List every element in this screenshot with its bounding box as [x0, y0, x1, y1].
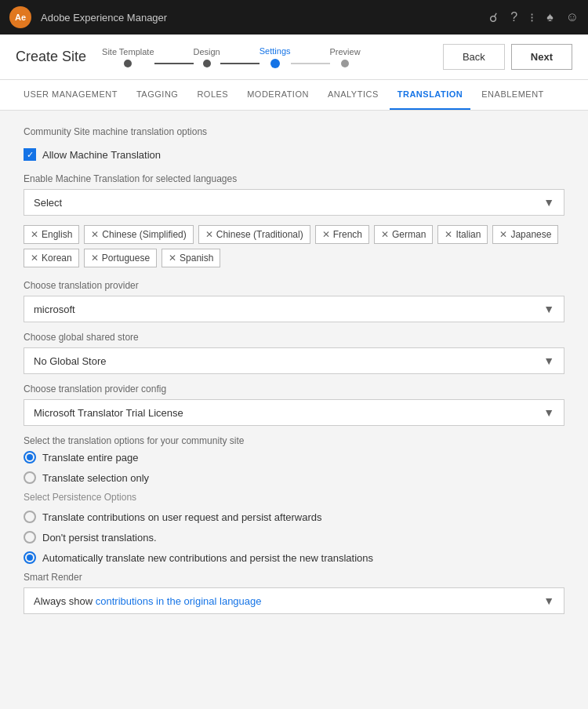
- global-store-select-value: No Global Store: [34, 355, 107, 367]
- radio-translate-entire: Translate entire page: [24, 451, 564, 464]
- help-icon[interactable]: ?: [510, 10, 517, 24]
- provider-select[interactable]: microsoft ▼: [24, 296, 564, 322]
- tag-chinese-traditional[interactable]: ✕ Chinese (Traditional): [198, 225, 310, 244]
- provider-config-label: Choose translation provider config: [24, 384, 564, 394]
- tag-x-italian: ✕: [445, 229, 452, 240]
- radio-auto-translate-dot: [27, 554, 33, 561]
- languages-dropdown-arrow: ▼: [543, 196, 554, 209]
- tag-portuguese[interactable]: ✕ Portuguese: [84, 249, 157, 267]
- translation-options-radio-group: Translate entire page Translate selectio…: [24, 451, 564, 484]
- tab-moderation[interactable]: MODERATION: [239, 80, 317, 110]
- radio-persist-on-request: Translate contributions on user request …: [24, 511, 564, 523]
- smart-render-select-value: Always show contributions in the origina…: [34, 595, 262, 607]
- radio-translate-entire-button[interactable]: [24, 451, 36, 464]
- back-button[interactable]: Back: [443, 44, 505, 70]
- step-line-1: [154, 63, 194, 64]
- provider-select-value: microsoft: [34, 304, 75, 315]
- enable-languages-label: Enable Machine Translation for selected …: [24, 173, 564, 184]
- translation-options-label: Select the translation options for your …: [24, 435, 564, 446]
- tag-label-english: English: [42, 229, 72, 240]
- provider-dropdown-arrow: ▼: [543, 303, 554, 315]
- radio-persist-on-request-button[interactable]: [24, 511, 36, 523]
- tag-x-portuguese: ✕: [91, 253, 99, 264]
- bell-icon[interactable]: ♠: [546, 10, 554, 24]
- tag-chinese-simplified[interactable]: ✕ Chinese (Simplified): [84, 225, 193, 244]
- next-button[interactable]: Next: [511, 44, 572, 70]
- smart-render-dropdown-arrow: ▼: [543, 594, 554, 607]
- apps-icon[interactable]: ⁝: [530, 10, 534, 25]
- app-title: Adobe Experience Manager: [41, 12, 480, 24]
- provider-config-dropdown-arrow: ▼: [543, 406, 554, 419]
- tag-label-japanese: Japanese: [510, 229, 551, 240]
- user-icon[interactable]: ☺: [566, 10, 579, 24]
- global-store-label: Choose global shared store: [24, 332, 564, 343]
- radio-translate-entire-label: Translate entire page: [42, 452, 138, 464]
- tab-tagging[interactable]: TAGGING: [129, 80, 186, 110]
- tag-italian[interactable]: ✕ Italian: [437, 225, 488, 244]
- tab-user-management[interactable]: USER MANAGEMENT: [16, 80, 125, 110]
- tag-x-german: ✕: [381, 229, 389, 240]
- search-icon[interactable]: ☌: [489, 10, 498, 25]
- tag-japanese[interactable]: ✕ Japanese: [492, 225, 558, 244]
- tag-label-spanish: Spanish: [180, 253, 213, 264]
- radio-dont-persist: Don't persist translations.: [24, 531, 564, 544]
- step-dot-preview: [341, 60, 349, 67]
- radio-translate-selection-label: Translate selection only: [42, 472, 149, 484]
- provider-config-select[interactable]: Microsoft Translator Trial License ▼: [24, 399, 564, 426]
- tab-roles[interactable]: ROLES: [189, 80, 236, 110]
- main-content: Community Site machine translation optio…: [0, 111, 588, 639]
- tag-spanish[interactable]: ✕ Spanish: [162, 249, 220, 267]
- provider-config-select-value: Microsoft Translator Trial License: [34, 407, 183, 419]
- radio-dont-persist-label: Don't persist translations.: [42, 532, 157, 544]
- tag-french[interactable]: ✕ French: [315, 225, 369, 244]
- tag-x-chinese-simplified: ✕: [91, 229, 99, 240]
- languages-select-value: Select: [34, 197, 62, 209]
- radio-auto-translate-button[interactable]: [24, 551, 36, 564]
- tag-german[interactable]: ✕ German: [374, 225, 433, 244]
- wizard-header: Create Site Site Template Design Setting…: [0, 35, 588, 80]
- tag-label-korean: Korean: [42, 253, 72, 264]
- smart-render-select[interactable]: Always show contributions in the origina…: [24, 587, 564, 614]
- nav-icons: ☌ ? ⁝ ♠ ☺: [489, 10, 579, 25]
- tab-translation[interactable]: TRANSLATION: [390, 80, 471, 110]
- radio-translate-selection-button[interactable]: [24, 471, 36, 484]
- radio-persist-on-request-label: Translate contributions on user request …: [42, 511, 321, 523]
- radio-translate-selection: Translate selection only: [24, 471, 564, 484]
- provider-label: Choose translation provider: [24, 280, 564, 291]
- languages-select[interactable]: Select ▼: [24, 189, 564, 216]
- step-dot-design: [203, 60, 211, 67]
- wizard-step-settings: Settings: [260, 46, 291, 68]
- tab-enablement[interactable]: ENABLEMENT: [474, 80, 552, 110]
- smart-render-highlight: contributions in the original language: [96, 595, 262, 607]
- wizard-step-design: Design: [194, 47, 220, 67]
- allow-machine-translation-label: Allow Machine Translation: [42, 149, 161, 161]
- tag-label-portuguese: Portuguese: [102, 253, 150, 264]
- tab-bar: USER MANAGEMENT TAGGING ROLES MODERATION…: [0, 80, 588, 111]
- tag-x-spanish: ✕: [169, 253, 176, 264]
- allow-machine-translation-row: ✓ Allow Machine Translation: [24, 148, 564, 161]
- tag-english[interactable]: ✕ English: [24, 225, 79, 244]
- radio-auto-translate: Automatically translate new contribution…: [24, 551, 564, 564]
- app-logo: Ae: [9, 6, 31, 28]
- tag-label-chinese-traditional: Chinese (Traditional): [216, 229, 303, 240]
- tag-label-german: German: [392, 229, 426, 240]
- tag-korean[interactable]: ✕ Korean: [24, 249, 79, 267]
- tab-analytics[interactable]: ANALYTICS: [320, 80, 387, 110]
- global-store-select[interactable]: No Global Store ▼: [24, 347, 564, 374]
- step-dot-site-template: [124, 60, 132, 67]
- radio-dont-persist-button[interactable]: [24, 531, 36, 544]
- tag-label-italian: Italian: [456, 229, 481, 240]
- persistence-radio-group: Translate contributions on user request …: [24, 511, 564, 564]
- allow-machine-translation-checkbox[interactable]: ✓: [24, 148, 36, 161]
- tag-x-korean: ✕: [31, 253, 38, 264]
- section-title: Community Site machine translation optio…: [24, 126, 564, 137]
- step-line-2: [220, 63, 260, 64]
- language-tags: ✕ English ✕ Chinese (Simplified) ✕ Chine…: [24, 225, 564, 267]
- tag-x-japanese: ✕: [499, 229, 507, 240]
- wizard-title: Create Site: [16, 49, 86, 65]
- tag-x-chinese-traditional: ✕: [205, 229, 213, 240]
- wizard-step-preview: Preview: [330, 47, 361, 67]
- smart-render-label: Smart Render: [24, 572, 564, 583]
- tag-x-french: ✕: [322, 229, 330, 240]
- wizard-buttons: Back Next: [443, 44, 572, 70]
